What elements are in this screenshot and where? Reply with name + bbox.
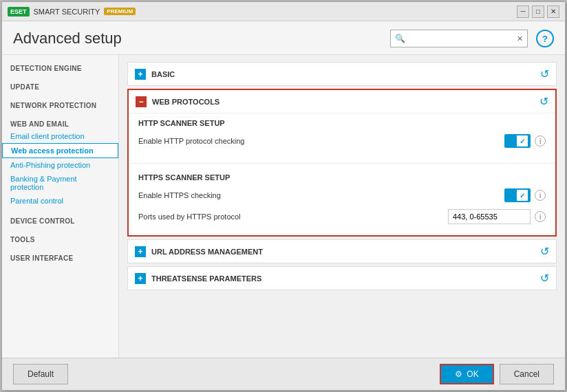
https-toggle-thumb	[517, 190, 528, 201]
header: Advanced setup 🔍 ✕ ?	[2, 21, 565, 55]
url-address-reset-icon[interactable]: ↺	[540, 245, 549, 258]
content-area: DETECTION ENGINE UPDATE NETWORK PROTECTI…	[2, 55, 565, 358]
sidebar-section-tools[interactable]: TOOLS	[2, 232, 118, 245]
ok-label: OK	[467, 369, 478, 379]
sidebar-item-email-client[interactable]: Email client protection	[2, 129, 118, 143]
premium-badge: PREMIUM	[104, 8, 136, 15]
titlebar-app-name: SMART SECURITY	[34, 8, 100, 16]
https-scanner-title: HTTPS SCANNER SETUP	[138, 173, 546, 182]
cancel-button[interactable]: Cancel	[500, 364, 554, 384]
maximize-button[interactable]: □	[532, 6, 544, 18]
web-protocols-reset-icon[interactable]: ↺	[539, 95, 548, 108]
ok-button[interactable]: ⚙ OK	[440, 364, 493, 384]
https-enable-row: Enable HTTPS checking i	[138, 187, 546, 204]
search-box[interactable]: 🔍 ✕	[390, 30, 528, 47]
titlebar-left: ESET SMART SECURITY PREMIUM	[8, 7, 136, 17]
https-toggle-container	[504, 188, 531, 202]
help-button[interactable]: ?	[536, 30, 554, 47]
search-icon: 🔍	[391, 34, 409, 43]
web-protocols-content: HTTP SCANNER SETUP Enable HTTP protocol …	[129, 113, 555, 235]
sidebar-item-web-access[interactable]: Web access protection	[2, 143, 118, 158]
http-scanner-title: HTTP SCANNER SETUP	[138, 119, 546, 127]
sidebar-item-parental[interactable]: Parental control	[2, 194, 118, 208]
sidebar-item-anti-phishing[interactable]: Anti-Phishing protection	[2, 158, 118, 172]
search-clear-icon[interactable]: ✕	[513, 34, 527, 43]
https-enable-label: Enable HTTPS checking	[138, 191, 504, 199]
https-scanner-section: HTTPS SCANNER SETUP Enable HTTPS checkin…	[129, 168, 555, 235]
https-ports-label: Ports used by HTTPS protocol	[138, 213, 448, 221]
sidebar-section-network[interactable]: NETWORK PROTECTION	[2, 98, 118, 111]
url-address-section-row[interactable]: + URL ADDRESS MANAGEMENT ↺	[127, 239, 557, 263]
http-toggle-container	[504, 134, 531, 148]
threatsense-expand-icon[interactable]: +	[135, 273, 146, 284]
url-address-expand-icon[interactable]: +	[135, 246, 146, 257]
https-ports-info-icon[interactable]: i	[535, 211, 546, 222]
eset-logo: ESET	[8, 7, 30, 17]
main-panel: + BASIC ↺ − WEB PROTOCOLS ↺ HTTP SCANNER…	[119, 55, 565, 358]
search-input[interactable]	[409, 34, 513, 43]
http-enable-label: Enable HTTP protocol checking	[138, 137, 504, 145]
close-button[interactable]: ✕	[547, 6, 559, 18]
ok-gear-icon: ⚙	[455, 369, 462, 379]
sidebar-section-device[interactable]: DEVICE CONTROL	[2, 213, 118, 226]
basic-section-label: BASIC	[151, 70, 540, 78]
threatsense-section-row[interactable]: + THREATSENSE PARAMETERS ↺	[127, 266, 557, 290]
footer-center: ⚙ OK Cancel	[440, 364, 554, 384]
sidebar-item-banking[interactable]: Banking & Payment protection	[2, 172, 118, 194]
url-address-label: URL ADDRESS MANAGEMENT	[151, 248, 540, 256]
sidebar-section-ui[interactable]: USER INTERFACE	[2, 250, 118, 263]
footer: Default ⚙ OK Cancel	[2, 358, 565, 390]
titlebar: ESET SMART SECURITY PREMIUM ─ □ ✕	[2, 2, 565, 21]
sidebar-section-webemail[interactable]: WEB AND EMAIL	[2, 116, 118, 129]
http-enable-info-icon[interactable]: i	[535, 135, 546, 146]
sidebar-section-update[interactable]: UPDATE	[2, 79, 118, 92]
basic-reset-icon[interactable]: ↺	[540, 67, 549, 80]
minimize-button[interactable]: ─	[517, 6, 529, 18]
main-window: ESET SMART SECURITY PREMIUM ─ □ ✕ Advanc…	[1, 1, 566, 391]
threatsense-reset-icon[interactable]: ↺	[540, 272, 549, 285]
web-protocols-expand-icon[interactable]: −	[136, 96, 147, 107]
page-title: Advanced setup	[13, 30, 122, 47]
web-protocols-section: − WEB PROTOCOLS ↺ HTTP SCANNER SETUP Ena…	[127, 89, 557, 237]
sidebar-section-detection[interactable]: DETECTION ENGINE	[2, 61, 118, 74]
https-enable-info-icon[interactable]: i	[535, 190, 546, 201]
titlebar-controls: ─ □ ✕	[517, 6, 559, 18]
http-toggle-thumb	[517, 135, 528, 146]
basic-section-row[interactable]: + BASIC ↺	[127, 62, 557, 86]
default-button[interactable]: Default	[13, 364, 68, 384]
https-enable-toggle[interactable]	[504, 188, 531, 202]
https-ports-input[interactable]	[448, 209, 531, 224]
basic-expand-icon[interactable]: +	[135, 69, 146, 80]
threatsense-label: THREATSENSE PARAMETERS	[151, 274, 540, 283]
web-protocols-label: WEB PROTOCOLS	[152, 98, 539, 106]
http-enable-row: Enable HTTP protocol checking i	[138, 133, 546, 149]
sidebar: DETECTION ENGINE UPDATE NETWORK PROTECTI…	[2, 55, 119, 358]
https-ports-row: Ports used by HTTPS protocol i	[138, 208, 546, 226]
http-scanner-section: HTTP SCANNER SETUP Enable HTTP protocol …	[129, 113, 555, 159]
web-protocols-header[interactable]: − WEB PROTOCOLS ↺	[129, 90, 555, 113]
http-enable-toggle[interactable]	[504, 134, 531, 148]
